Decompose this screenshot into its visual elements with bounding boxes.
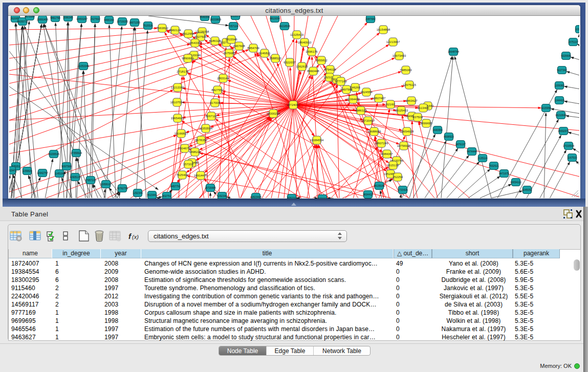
svg-text:9777169: 9777169 [335,80,347,83]
svg-text:1151674: 1151674 [575,28,579,31]
svg-text:7932621: 7932621 [489,164,499,167]
svg-text:9834412: 9834412 [363,193,373,196]
svg-text:252254: 252254 [393,176,403,179]
svg-text:f: f [128,232,132,240]
svg-text:19218506: 19218506 [279,25,290,28]
svg-text:1696176: 1696176 [306,50,318,53]
svg-text:9245052: 9245052 [522,188,532,191]
svg-text:19384554: 19384554 [310,139,324,142]
svg-text:8427552: 8427552 [211,89,224,92]
svg-text:6466160: 6466160 [104,18,114,21]
svg-text:9097568: 9097568 [61,165,72,168]
svg-text:12213967: 12213967 [386,40,400,43]
svg-text:3215958: 3215958 [541,106,551,110]
svg-text:(x): (x) [132,234,139,240]
svg-text:8813054: 8813054 [270,17,280,20]
svg-text:6497568: 6497568 [340,88,353,91]
svg-text:6322037: 6322037 [284,61,296,64]
svg-text:10654112: 10654112 [510,181,521,184]
svg-text:2087682: 2087682 [365,17,376,20]
svg-text:16648784: 16648784 [448,50,459,53]
svg-text:17016504: 17016504 [563,144,574,147]
svg-text:11353594: 11353594 [199,127,213,130]
svg-text:1575107: 1575107 [568,40,578,43]
svg-text:1527602: 1527602 [90,17,100,20]
svg-text:1588520: 1588520 [269,57,281,60]
svg-text:10688609: 10688609 [367,130,381,133]
svg-text:10653267: 10653267 [76,17,88,20]
svg-text:8454749: 8454749 [247,47,259,50]
svg-text:391547: 391547 [9,169,16,172]
svg-text:1362615: 1362615 [296,65,308,68]
svg-text:12942757: 12942757 [37,171,48,174]
svg-text:16782759: 16782759 [117,187,128,190]
svg-text:14139141: 14139141 [374,184,385,187]
svg-text:8186328: 8186328 [209,39,221,42]
svg-text:18300295: 18300295 [267,112,280,115]
svg-text:16033809: 16033809 [210,18,221,21]
svg-text:11325419: 11325419 [290,33,304,36]
svg-text:18724007: 18724007 [287,103,300,106]
svg-text:14055712: 14055712 [17,20,28,23]
svg-text:1167533: 1167533 [567,156,577,159]
svg-text:8675089: 8675089 [25,16,35,18]
svg-text:20691406: 20691406 [37,18,48,21]
svg-text:19654923: 19654923 [171,117,185,120]
svg-text:9084067: 9084067 [381,152,393,156]
svg-text:10807487: 10807487 [372,97,386,100]
svg-text:6794028: 6794028 [324,68,336,71]
svg-text:7663822: 7663822 [156,27,168,30]
svg-text:1156829: 1156829 [22,169,32,172]
svg-text:18640910: 18640910 [298,41,312,44]
svg-text:3624554: 3624554 [360,91,373,94]
svg-text:937504: 937504 [412,116,423,119]
svg-text:920441: 920441 [318,197,327,199]
svg-text:12905135: 12905135 [70,176,81,179]
svg-text:8471675: 8471675 [499,172,509,175]
svg-text:10025453: 10025453 [395,109,408,112]
svg-text:8990448: 8990448 [307,70,319,73]
svg-text:18107554: 18107554 [170,101,184,104]
svg-text:8938923: 8938923 [444,135,454,138]
svg-text:18807249: 18807249 [375,142,388,145]
svg-text:62160: 62160 [386,103,395,106]
svg-text:2803144: 2803144 [217,77,229,80]
svg-text:17359924: 17359924 [71,151,82,155]
svg-text:9463627: 9463627 [405,99,418,102]
svg-text:9474444: 9474444 [467,150,477,153]
svg-text:9227342: 9227342 [557,69,567,72]
svg-text:10958107: 10958107 [100,183,112,186]
svg-text:7986322: 7986322 [355,109,367,112]
svg-text:10719155: 10719155 [117,20,128,23]
svg-text:8960124: 8960124 [169,29,181,32]
svg-text:157202: 157202 [183,163,194,166]
svg-text:9699695: 9699695 [420,122,432,125]
svg-text:21053346: 21053346 [78,64,89,68]
svg-text:3675685: 3675685 [223,52,235,55]
svg-text:16210643: 16210643 [555,114,567,117]
svg-text:17957225: 17957225 [85,179,96,182]
svg-text:16154808: 16154808 [377,28,390,31]
svg-text:835731: 835731 [288,196,296,199]
svg-text:8819974: 8819974 [230,16,241,17]
svg-text:1815546: 1815546 [225,38,237,41]
svg-text:832751: 832751 [163,194,171,198]
svg-text:9329906: 9329906 [561,54,571,57]
svg-text:12823405: 12823405 [250,195,262,199]
svg-text:20206526: 20206526 [48,152,59,156]
svg-text:9457791: 9457791 [170,185,181,188]
svg-text:9890663: 9890663 [182,57,194,60]
svg-text:7625402: 7625402 [176,173,188,177]
svg-text:9113400: 9113400 [418,106,430,110]
svg-text:1733426: 1733426 [398,188,408,191]
svg-text:1244415: 1244415 [554,99,564,102]
svg-text:15720407: 15720407 [361,119,375,122]
svg-text:10046755: 10046755 [178,147,192,150]
svg-text:7515526: 7515526 [143,24,153,27]
svg-text:9546554: 9546554 [200,16,210,18]
svg-text:9523441: 9523441 [147,193,157,196]
svg-text:6879197: 6879197 [455,143,466,146]
svg-text:1209382: 1209382 [554,84,564,87]
svg-text:9861790: 9861790 [50,16,60,19]
svg-text:10543362: 10543362 [188,41,202,45]
